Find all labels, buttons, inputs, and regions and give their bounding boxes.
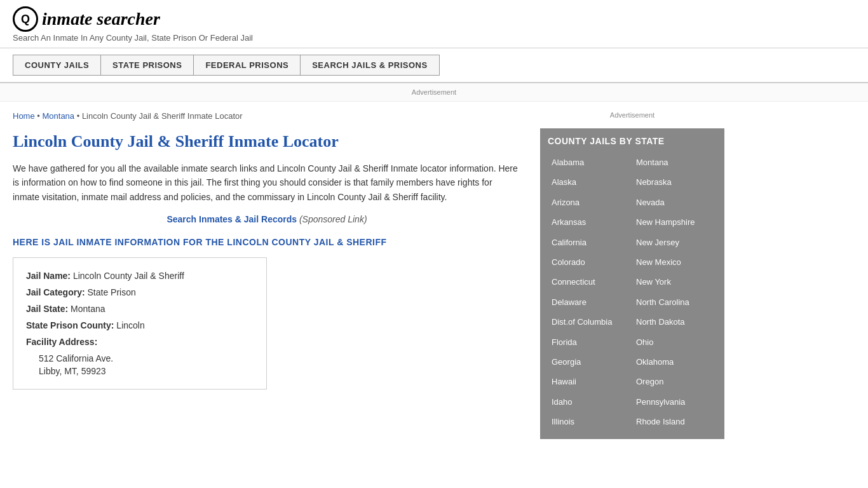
logo-text: inmate searcher xyxy=(42,9,160,29)
address-line2: Libby, MT, 59923 xyxy=(39,366,254,376)
jail-state-value: Montana xyxy=(71,304,105,314)
breadcrumb-sep2: • xyxy=(77,111,82,121)
state-link[interactable]: Oregon xyxy=(632,372,717,391)
nav-county-jails[interactable]: COUNTY JAILS xyxy=(13,55,101,76)
breadcrumb: Home • Montana • Lincoln County Jail & S… xyxy=(13,111,521,121)
page-description: We have gathered for you all the availab… xyxy=(13,161,521,204)
nav-bar: COUNTY JAILS STATE PRISONS FEDERAL PRISO… xyxy=(0,48,868,83)
state-link[interactable]: Colorado xyxy=(548,252,632,272)
nav-search-jails[interactable]: SEARCH JAILS & PRISONS xyxy=(301,55,439,76)
jail-category-value: State Prison xyxy=(87,287,135,297)
jail-state-label: Jail State: xyxy=(26,304,68,314)
state-link[interactable]: Georgia xyxy=(548,352,632,372)
state-prison-county-value: Lincoln xyxy=(116,320,144,330)
state-link[interactable]: Arizona xyxy=(548,193,632,212)
jail-name-row: Jail Name: Lincoln County Jail & Sheriff xyxy=(26,271,254,281)
sidebar: Advertisement COUNTY JAILS BY STATE Alab… xyxy=(534,102,724,449)
logo-icon: Q xyxy=(13,6,38,32)
jail-category-row: Jail Category: State Prison xyxy=(26,287,254,297)
nav-state-prisons[interactable]: STATE PRISONS xyxy=(101,55,194,76)
sponsored-link-container: Search Inmates & Jail Records (Sponsored… xyxy=(13,214,521,224)
state-prison-county-row: State Prison County: Lincoln xyxy=(26,320,254,330)
state-link[interactable]: New Hampshire xyxy=(632,212,717,232)
state-link[interactable]: New Jersey xyxy=(632,233,717,252)
jail-state-row: Jail State: Montana xyxy=(26,304,254,314)
state-link[interactable]: Alaska xyxy=(548,172,632,192)
tagline: Search An Inmate In Any County Jail, Sta… xyxy=(13,33,855,43)
state-link[interactable]: North Dakota xyxy=(632,312,717,332)
state-link[interactable]: Nevada xyxy=(632,193,717,212)
sponsored-label: (Sponsored Link) xyxy=(299,214,367,224)
state-link[interactable]: Rhode Island xyxy=(632,412,717,431)
ad-bar: Advertisement xyxy=(0,83,868,102)
state-link[interactable]: California xyxy=(548,233,632,252)
states-right-col: MontanaNebraskaNevadaNew HampshireNew Je… xyxy=(632,152,717,431)
info-box: Jail Name: Lincoln County Jail & Sheriff… xyxy=(13,257,267,390)
state-link[interactable]: Alabama xyxy=(548,152,632,172)
main-layout: Home • Montana • Lincoln County Jail & S… xyxy=(0,102,868,449)
state-link[interactable]: Oklahoma xyxy=(632,352,717,372)
breadcrumb-current: Lincoln County Jail & Sheriff Inmate Loc… xyxy=(82,111,243,121)
state-link[interactable]: Dist.of Columbia xyxy=(548,312,632,332)
state-link[interactable]: New Mexico xyxy=(632,252,717,272)
state-link[interactable]: Idaho xyxy=(548,392,632,412)
sponsored-link[interactable]: Search Inmates & Jail Records xyxy=(166,214,297,224)
jail-name-label: Jail Name: xyxy=(26,271,71,281)
state-list-box: COUNTY JAILS BY STATE AlabamaAlaskaArizo… xyxy=(540,128,724,439)
state-link[interactable]: Nebraska xyxy=(632,172,717,192)
state-link[interactable]: Montana xyxy=(632,152,717,172)
state-columns: AlabamaAlaskaArizonaArkansasCaliforniaCo… xyxy=(548,152,717,431)
state-list-title: COUNTY JAILS BY STATE xyxy=(548,136,717,146)
breadcrumb-state[interactable]: Montana xyxy=(42,111,74,121)
facility-address-label: Facility Address: xyxy=(26,337,97,347)
states-left-col: AlabamaAlaskaArizonaArkansasCaliforniaCo… xyxy=(548,152,632,431)
state-link[interactable]: Arkansas xyxy=(548,212,632,232)
state-link[interactable]: North Carolina xyxy=(632,292,717,312)
state-link[interactable]: Florida xyxy=(548,332,632,352)
jail-name-val: Lincoln County Jail & Sheriff xyxy=(73,271,184,281)
logo-area: Q inmate searcher xyxy=(13,6,855,32)
state-prison-county-label: State Prison County: xyxy=(26,320,114,330)
breadcrumb-home[interactable]: Home xyxy=(13,111,35,121)
page-title: Lincoln County Jail & Sheriff Inmate Loc… xyxy=(13,132,521,151)
facility-address-row: Facility Address: xyxy=(26,337,254,347)
nav-federal-prisons[interactable]: FEDERAL PRISONS xyxy=(194,55,301,76)
sidebar-ad: Advertisement xyxy=(540,111,724,119)
state-link[interactable]: Delaware xyxy=(548,292,632,312)
state-link[interactable]: Hawaii xyxy=(548,372,632,391)
address-line1: 512 California Ave. xyxy=(39,353,254,363)
state-link[interactable]: Pennsylvania xyxy=(632,392,717,412)
content-area: Home • Montana • Lincoln County Jail & S… xyxy=(13,102,534,449)
state-link[interactable]: Ohio xyxy=(632,332,717,352)
jail-category-label: Jail Category: xyxy=(26,287,85,297)
info-heading: HERE IS JAIL INMATE INFORMATION FOR THE … xyxy=(13,237,521,247)
state-link[interactable]: Illinois xyxy=(548,412,632,431)
header: Q inmate searcher Search An Inmate In An… xyxy=(0,0,868,48)
state-link[interactable]: New York xyxy=(632,272,717,292)
state-link[interactable]: Connecticut xyxy=(548,272,632,292)
